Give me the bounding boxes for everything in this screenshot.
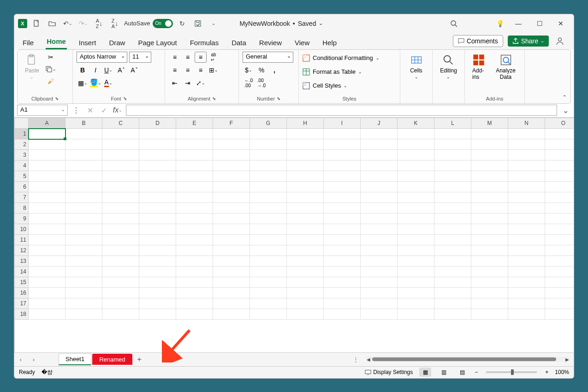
- cell[interactable]: [508, 309, 545, 320]
- cell[interactable]: [29, 309, 65, 320]
- cell[interactable]: [139, 235, 176, 245]
- column-header[interactable]: B: [65, 118, 102, 129]
- zoom-level[interactable]: 100%: [555, 369, 569, 375]
- cell[interactable]: [545, 245, 574, 256]
- cell[interactable]: [361, 309, 398, 320]
- cell[interactable]: [29, 288, 65, 298]
- analyze-data-button[interactable]: Analyze Data: [491, 52, 521, 82]
- font-color-icon[interactable]: A⌄: [102, 77, 114, 89]
- tab-page-layout[interactable]: Page Layout: [137, 36, 178, 49]
- cell[interactable]: [287, 203, 324, 214]
- cell[interactable]: [324, 224, 361, 235]
- cell[interactable]: [361, 139, 398, 150]
- cell[interactable]: [361, 129, 398, 139]
- cell[interactable]: [361, 214, 398, 224]
- align-bottom-icon[interactable]: ≡: [195, 52, 207, 63]
- cell[interactable]: [213, 171, 250, 182]
- font-name-select[interactable]: Aptos Narrow: [77, 52, 127, 63]
- cell[interactable]: [176, 288, 213, 298]
- cell[interactable]: [434, 139, 471, 150]
- cell[interactable]: [361, 224, 398, 235]
- row-header[interactable]: 5: [15, 171, 29, 182]
- row-header[interactable]: 13: [15, 256, 29, 267]
- cell[interactable]: [398, 214, 434, 224]
- cell[interactable]: [65, 267, 102, 277]
- tab-home[interactable]: Home: [46, 35, 67, 49]
- cell[interactable]: [29, 171, 65, 182]
- cell[interactable]: [324, 309, 361, 320]
- row-header[interactable]: 14: [15, 267, 29, 277]
- cell[interactable]: [287, 267, 324, 277]
- cell[interactable]: [213, 150, 250, 160]
- row-header[interactable]: 17: [15, 298, 29, 309]
- tab-formulas[interactable]: Formulas: [189, 36, 220, 49]
- cell[interactable]: [102, 182, 139, 192]
- sheet-list-icon[interactable]: ⋮: [349, 356, 362, 363]
- cell[interactable]: [65, 298, 102, 309]
- cell[interactable]: [545, 129, 574, 139]
- column-header[interactable]: G: [250, 118, 287, 129]
- close-button[interactable]: ✕: [552, 17, 570, 30]
- cell[interactable]: [324, 203, 361, 214]
- cell[interactable]: [287, 245, 324, 256]
- cell[interactable]: [213, 309, 250, 320]
- cell[interactable]: [398, 288, 434, 298]
- number-format-select[interactable]: General: [243, 52, 293, 63]
- cell[interactable]: [176, 256, 213, 267]
- cell[interactable]: [176, 192, 213, 203]
- cell[interactable]: [139, 267, 176, 277]
- cell[interactable]: [508, 160, 545, 171]
- row-header[interactable]: 3: [15, 150, 29, 160]
- cell[interactable]: [102, 171, 139, 182]
- orientation-icon[interactable]: ⤢⌄: [195, 77, 207, 89]
- cell[interactable]: [213, 192, 250, 203]
- open-file-icon[interactable]: [46, 17, 59, 30]
- cell[interactable]: [324, 298, 361, 309]
- add-sheet-button[interactable]: ＋: [133, 355, 145, 364]
- cell[interactable]: [139, 256, 176, 267]
- cell[interactable]: [545, 277, 574, 288]
- font-size-select[interactable]: 11: [129, 52, 151, 63]
- cell[interactable]: [324, 245, 361, 256]
- cell[interactable]: [102, 150, 139, 160]
- cell[interactable]: [434, 245, 471, 256]
- row-header[interactable]: 15: [15, 277, 29, 288]
- name-box[interactable]: A1: [17, 105, 68, 116]
- tab-data[interactable]: Data: [231, 36, 247, 49]
- underline-icon[interactable]: U⌄: [102, 65, 114, 76]
- cell[interactable]: [139, 150, 176, 160]
- cell[interactable]: [324, 171, 361, 182]
- cell[interactable]: [102, 160, 139, 171]
- cell[interactable]: [139, 160, 176, 171]
- row-header[interactable]: 4: [15, 160, 29, 171]
- cell[interactable]: [434, 160, 471, 171]
- column-header[interactable]: N: [508, 118, 545, 129]
- cell[interactable]: [102, 235, 139, 245]
- alignment-launcher-icon[interactable]: ⬊: [212, 96, 216, 101]
- display-settings-button[interactable]: Display Settings: [365, 369, 413, 375]
- cell[interactable]: [361, 245, 398, 256]
- align-right-icon[interactable]: ≡: [195, 65, 207, 76]
- cell[interactable]: [287, 309, 324, 320]
- cell[interactable]: [29, 160, 65, 171]
- cell[interactable]: [250, 309, 287, 320]
- cell[interactable]: [508, 224, 545, 235]
- cell[interactable]: [29, 298, 65, 309]
- cell[interactable]: [545, 224, 574, 235]
- sort-desc-icon[interactable]: ZA↓: [108, 17, 121, 30]
- cell[interactable]: [287, 256, 324, 267]
- cell[interactable]: [434, 256, 471, 267]
- cell[interactable]: [213, 288, 250, 298]
- row-header[interactable]: 7: [15, 192, 29, 203]
- cell[interactable]: [65, 245, 102, 256]
- tab-file[interactable]: File: [22, 36, 35, 49]
- cell[interactable]: [398, 245, 434, 256]
- cell[interactable]: [471, 277, 508, 288]
- cell[interactable]: [65, 160, 102, 171]
- cell[interactable]: [250, 150, 287, 160]
- cell[interactable]: [471, 182, 508, 192]
- cell[interactable]: [471, 171, 508, 182]
- cell[interactable]: [29, 277, 65, 288]
- cell[interactable]: [324, 160, 361, 171]
- cell[interactable]: [398, 182, 434, 192]
